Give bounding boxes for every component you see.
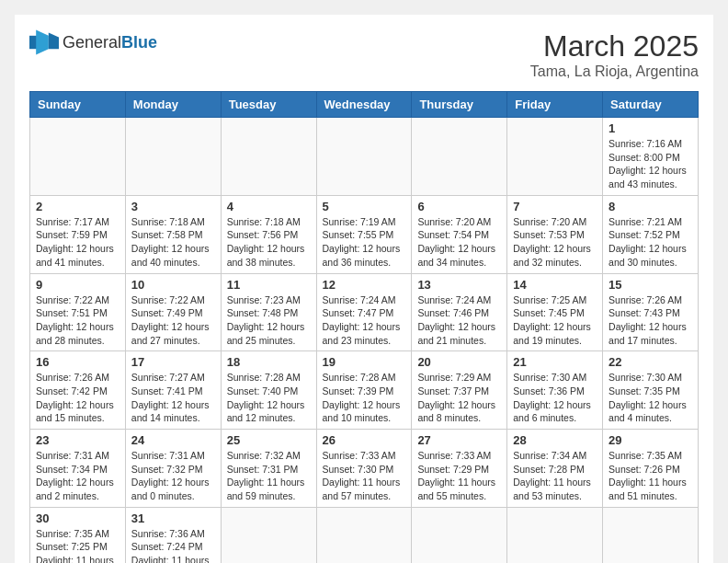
calendar-week-4: 23Sunrise: 7:31 AM Sunset: 7:34 PM Dayli…: [30, 430, 699, 508]
day-info: Sunrise: 7:35 AM Sunset: 7:25 PM Dayligh…: [36, 527, 119, 563]
header-sunday: Sunday: [30, 92, 126, 118]
day-number: 27: [417, 433, 501, 447]
table-row: [412, 507, 507, 563]
day-number: 7: [513, 200, 597, 213]
calendar-table: Sunday Monday Tuesday Wednesday Thursday…: [29, 91, 699, 563]
day-number: 31: [131, 511, 215, 525]
day-number: 17: [131, 355, 215, 369]
logo: GeneralBlue: [29, 29, 157, 55]
table-row: 22Sunrise: 7:30 AM Sunset: 7:35 PM Dayli…: [603, 351, 699, 430]
day-info: Sunrise: 7:25 AM Sunset: 7:45 PM Dayligh…: [513, 293, 597, 348]
table-row: [125, 118, 221, 196]
table-row: 7Sunrise: 7:20 AM Sunset: 7:53 PM Daylig…: [507, 195, 603, 273]
day-number: 6: [417, 200, 501, 213]
calendar-week-1: 2Sunrise: 7:17 AM Sunset: 7:59 PM Daylig…: [30, 195, 699, 273]
calendar-week-0: 1Sunrise: 7:16 AM Sunset: 8:00 PM Daylig…: [30, 118, 699, 196]
table-row: [221, 118, 316, 196]
table-row: 3Sunrise: 7:18 AM Sunset: 7:58 PM Daylig…: [125, 195, 221, 273]
day-info: Sunrise: 7:28 AM Sunset: 7:39 PM Dayligh…: [323, 371, 406, 425]
table-row: 14Sunrise: 7:25 AM Sunset: 7:45 PM Dayli…: [507, 273, 603, 351]
page-subtitle: Tama, La Rioja, Argentina: [530, 63, 699, 80]
day-info: Sunrise: 7:22 AM Sunset: 7:49 PM Dayligh…: [131, 293, 215, 348]
table-row: 21Sunrise: 7:30 AM Sunset: 7:36 PM Dayli…: [507, 351, 603, 430]
day-info: Sunrise: 7:24 AM Sunset: 7:47 PM Dayligh…: [323, 293, 406, 348]
day-number: 25: [227, 433, 311, 447]
day-info: Sunrise: 7:30 AM Sunset: 7:36 PM Dayligh…: [513, 371, 597, 425]
svg-marker-1: [36, 29, 49, 54]
day-number: 2: [36, 200, 119, 213]
day-info: Sunrise: 7:30 AM Sunset: 7:35 PM Dayligh…: [609, 371, 692, 425]
table-row: 5Sunrise: 7:19 AM Sunset: 7:55 PM Daylig…: [316, 195, 412, 273]
header-tuesday: Tuesday: [221, 92, 316, 118]
table-row: 18Sunrise: 7:28 AM Sunset: 7:40 PM Dayli…: [221, 351, 316, 430]
day-info: Sunrise: 7:33 AM Sunset: 7:30 PM Dayligh…: [323, 449, 406, 503]
page: GeneralBlue March 2025 Tama, La Rioja, A…: [15, 15, 713, 563]
day-info: Sunrise: 7:21 AM Sunset: 7:52 PM Dayligh…: [609, 215, 692, 270]
table-row: 15Sunrise: 7:26 AM Sunset: 7:43 PM Dayli…: [603, 273, 699, 351]
table-row: 1Sunrise: 7:16 AM Sunset: 8:00 PM Daylig…: [603, 118, 699, 196]
day-info: Sunrise: 7:19 AM Sunset: 7:55 PM Dayligh…: [323, 215, 406, 270]
day-number: 19: [323, 355, 406, 369]
table-row: 4Sunrise: 7:18 AM Sunset: 7:56 PM Daylig…: [221, 195, 316, 273]
weekday-header-row: Sunday Monday Tuesday Wednesday Thursday…: [30, 92, 699, 118]
table-row: 9Sunrise: 7:22 AM Sunset: 7:51 PM Daylig…: [30, 273, 126, 351]
table-row: [316, 507, 412, 563]
day-number: 15: [609, 278, 692, 292]
table-row: 17Sunrise: 7:27 AM Sunset: 7:41 PM Dayli…: [125, 351, 221, 430]
table-row: 10Sunrise: 7:22 AM Sunset: 7:49 PM Dayli…: [125, 273, 221, 351]
table-row: 24Sunrise: 7:31 AM Sunset: 7:32 PM Dayli…: [125, 430, 221, 508]
calendar-week-5: 30Sunrise: 7:35 AM Sunset: 7:25 PM Dayli…: [30, 507, 699, 563]
day-number: 11: [227, 278, 311, 292]
table-row: [507, 507, 603, 563]
day-info: Sunrise: 7:31 AM Sunset: 7:32 PM Dayligh…: [131, 449, 215, 503]
day-info: Sunrise: 7:18 AM Sunset: 7:56 PM Dayligh…: [227, 215, 311, 270]
table-row: 23Sunrise: 7:31 AM Sunset: 7:34 PM Dayli…: [30, 430, 126, 508]
day-info: Sunrise: 7:22 AM Sunset: 7:51 PM Dayligh…: [36, 293, 119, 348]
day-info: Sunrise: 7:28 AM Sunset: 7:40 PM Dayligh…: [227, 371, 311, 425]
day-info: Sunrise: 7:33 AM Sunset: 7:29 PM Dayligh…: [417, 449, 501, 503]
table-row: [221, 507, 316, 563]
day-info: Sunrise: 7:17 AM Sunset: 7:59 PM Dayligh…: [36, 215, 119, 270]
header-monday: Monday: [125, 92, 221, 118]
day-number: 12: [323, 278, 406, 292]
table-row: 8Sunrise: 7:21 AM Sunset: 7:52 PM Daylig…: [603, 195, 699, 273]
day-number: 20: [417, 355, 501, 369]
header-wednesday: Wednesday: [316, 92, 412, 118]
day-info: Sunrise: 7:20 AM Sunset: 7:53 PM Dayligh…: [513, 215, 597, 270]
day-info: Sunrise: 7:26 AM Sunset: 7:42 PM Dayligh…: [36, 371, 119, 425]
day-number: 22: [609, 355, 692, 369]
day-info: Sunrise: 7:36 AM Sunset: 7:24 PM Dayligh…: [131, 527, 215, 563]
day-number: 28: [513, 433, 597, 447]
table-row: 11Sunrise: 7:23 AM Sunset: 7:48 PM Dayli…: [221, 273, 316, 351]
day-info: Sunrise: 7:23 AM Sunset: 7:48 PM Dayligh…: [227, 293, 311, 348]
title-block: March 2025 Tama, La Rioja, Argentina: [530, 29, 699, 80]
day-number: 30: [36, 511, 119, 525]
header-saturday: Saturday: [603, 92, 699, 118]
calendar-week-3: 16Sunrise: 7:26 AM Sunset: 7:42 PM Dayli…: [30, 351, 699, 430]
table-row: 12Sunrise: 7:24 AM Sunset: 7:47 PM Dayli…: [316, 273, 412, 351]
table-row: 26Sunrise: 7:33 AM Sunset: 7:30 PM Dayli…: [316, 430, 412, 508]
table-row: [316, 118, 412, 196]
day-number: 24: [131, 433, 215, 447]
day-info: Sunrise: 7:24 AM Sunset: 7:46 PM Dayligh…: [417, 293, 501, 348]
day-info: Sunrise: 7:26 AM Sunset: 7:43 PM Dayligh…: [609, 293, 692, 348]
day-info: Sunrise: 7:16 AM Sunset: 8:00 PM Dayligh…: [609, 137, 692, 191]
table-row: 25Sunrise: 7:32 AM Sunset: 7:31 PM Dayli…: [221, 430, 316, 508]
day-info: Sunrise: 7:31 AM Sunset: 7:34 PM Dayligh…: [36, 449, 119, 503]
day-info: Sunrise: 7:32 AM Sunset: 7:31 PM Dayligh…: [227, 449, 311, 503]
table-row: 16Sunrise: 7:26 AM Sunset: 7:42 PM Dayli…: [30, 351, 126, 430]
day-info: Sunrise: 7:34 AM Sunset: 7:28 PM Dayligh…: [513, 449, 597, 503]
logo-text: GeneralBlue: [63, 33, 157, 52]
svg-marker-2: [49, 33, 59, 50]
table-row: 28Sunrise: 7:34 AM Sunset: 7:28 PM Dayli…: [507, 430, 603, 508]
day-number: 21: [513, 355, 597, 369]
header-thursday: Thursday: [412, 92, 507, 118]
day-number: 1: [609, 121, 692, 135]
day-info: Sunrise: 7:27 AM Sunset: 7:41 PM Dayligh…: [131, 371, 215, 425]
day-number: 8: [609, 200, 692, 213]
table-row: 27Sunrise: 7:33 AM Sunset: 7:29 PM Dayli…: [412, 430, 507, 508]
day-number: 23: [36, 433, 119, 447]
day-number: 4: [227, 200, 311, 213]
table-row: [603, 507, 699, 563]
page-title: March 2025: [530, 29, 699, 63]
